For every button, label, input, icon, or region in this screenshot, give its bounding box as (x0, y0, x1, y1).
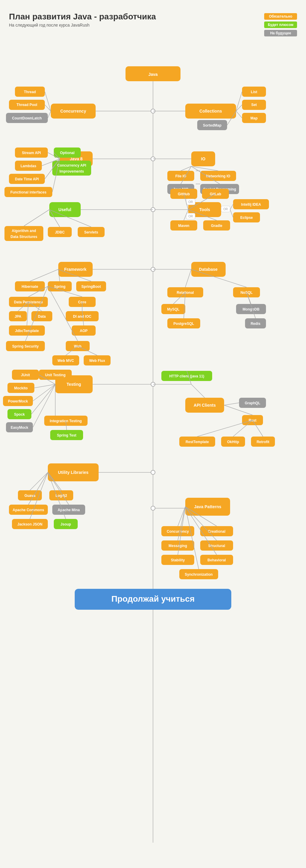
svg-text:Tools: Tools (199, 207, 211, 212)
svg-text:RestTemplate: RestTemplate (186, 440, 209, 444)
svg-text:OR: OR (224, 208, 228, 211)
svg-text:MySQL: MySQL (167, 307, 179, 311)
svg-line-223 (224, 403, 239, 405)
svg-text:Java: Java (148, 72, 158, 77)
header: План развития Java - разработчика На сле… (0, 6, 306, 39)
svg-line-225 (197, 420, 252, 437)
svg-text:Synchronization: Synchronization (185, 572, 213, 577)
svg-text:Jackson JSON: Jackson JSON (17, 522, 43, 526)
diagram-svg: text { font-family: Arial, sans-serif; }… (0, 42, 306, 868)
diagram: text { font-family: Arial, sans-serif; }… (0, 42, 306, 868)
svg-point-229 (151, 470, 155, 474)
svg-text:MongoDB: MongoDB (243, 307, 260, 311)
svg-text:Concurrency: Concurrency (167, 529, 189, 534)
svg-line-222 (191, 384, 205, 398)
svg-text:OR: OR (189, 200, 193, 204)
svg-line-96 (230, 210, 233, 217)
page-container: План развития Java - разработчика На сле… (0, 0, 306, 868)
svg-line-95 (230, 204, 233, 210)
svg-text:Spring Security: Spring Security (12, 344, 39, 348)
svg-text:Functional interfaces: Functional interfaces (10, 190, 47, 194)
svg-text:HTTP client (java 11): HTTP client (java 11) (169, 374, 204, 378)
svg-text:Behavioral: Behavioral (207, 558, 226, 562)
svg-text:IO: IO (201, 156, 205, 161)
svg-text:Map: Map (250, 116, 258, 120)
svg-text:SpringBoot: SpringBoot (81, 284, 101, 289)
page-subtitle: На следующий год после курса JavaRush (9, 23, 156, 28)
svg-text:Jsoup: Jsoup (60, 522, 71, 526)
svg-text:Concurrency: Concurrency (60, 109, 86, 114)
svg-text:Algorithm and: Algorithm and (12, 229, 36, 233)
svg-text:Messaging: Messaging (169, 544, 187, 548)
svg-text:List: List (251, 90, 257, 94)
svg-text:GraphQL: GraphQL (245, 401, 260, 405)
svg-text:Optional: Optional (60, 151, 75, 155)
svg-text:Maven: Maven (178, 224, 189, 228)
svg-text:Stability: Stability (171, 558, 185, 562)
svg-text:CountDownLatch: CountDownLatch (12, 116, 41, 120)
svg-text:Web MVC: Web MVC (57, 359, 74, 363)
page-title: План развития Java - разработчика (9, 12, 156, 22)
svg-text:Servlets: Servlets (84, 230, 98, 235)
svg-line-173 (185, 269, 191, 287)
svg-text:Retrofit: Retrofit (257, 440, 270, 444)
svg-text:PowerMock: PowerMock (8, 399, 28, 403)
svg-line-15 (48, 111, 51, 118)
svg-text:Stream API: Stream API (22, 151, 41, 155)
svg-line-29 (236, 111, 242, 118)
svg-text:Gradle: Gradle (211, 224, 222, 228)
svg-text:Concurrency API: Concurrency API (57, 163, 86, 167)
svg-text:JPA: JPA (15, 314, 22, 319)
svg-text:Creational: Creational (208, 529, 226, 534)
svg-text:Продолжай учиться: Продолжай учиться (111, 594, 195, 603)
svg-text:Mockito: Mockito (14, 386, 27, 390)
svg-text:Utility Libraries: Utility Libraries (58, 470, 88, 475)
svg-text:Testing: Testing (67, 382, 81, 387)
svg-text:JdbcTemplate: JdbcTemplate (15, 329, 39, 333)
header-title-block: План развития Java - разработчика На сле… (9, 12, 156, 28)
svg-text:Improvements: Improvements (59, 169, 84, 174)
svg-text:Apache Commons: Apache Commons (12, 508, 44, 512)
svg-text:JDBC: JDBC (55, 230, 65, 235)
svg-text:OkHttp: OkHttp (227, 440, 239, 444)
svg-text:Useful: Useful (59, 207, 72, 212)
svg-line-67 (191, 166, 218, 171)
svg-text:Thread Pool: Thread Pool (17, 103, 37, 107)
svg-line-200 (34, 384, 55, 388)
legend-future: На будущее (264, 30, 297, 36)
svg-text:Intellij IDEA: Intellij IDEA (241, 203, 261, 207)
svg-text:Apache Mina: Apache Mina (58, 508, 80, 512)
svg-text:Lambdas: Lambdas (21, 164, 36, 168)
svg-text:Date Time API: Date Time API (15, 177, 39, 181)
svg-line-144 (30, 269, 58, 281)
svg-text:JUnit: JUnit (21, 373, 30, 377)
svg-text:Spring Test: Spring Test (57, 433, 76, 437)
svg-text:Collections: Collections (199, 109, 222, 114)
svg-text:Set: Set (251, 103, 257, 107)
legend: Обязательно Будет плюсом На будущее (264, 13, 297, 36)
svg-text:Thread: Thread (24, 90, 36, 94)
svg-text:OR: OR (189, 215, 193, 218)
svg-text:Framework: Framework (64, 267, 87, 272)
svg-text:Unit Testing: Unit Testing (45, 373, 65, 377)
svg-line-109 (24, 210, 49, 226)
svg-text:PostgreSQL: PostgreSQL (173, 321, 194, 326)
svg-text:Web Flux: Web Flux (89, 359, 105, 363)
svg-text:Redis: Redis (251, 321, 260, 326)
svg-text:EasyMock: EasyMock (11, 426, 28, 430)
svg-text:GitLab: GitLab (210, 192, 221, 196)
svg-text:Spock: Spock (14, 412, 25, 416)
svg-text:AOP: AOP (80, 329, 88, 333)
svg-text:Hibernate: Hibernate (22, 284, 38, 289)
svg-text:Database: Database (199, 267, 218, 272)
svg-text:Java Patterns: Java Patterns (194, 504, 221, 509)
svg-text:Data Structures: Data Structures (10, 235, 37, 239)
legend-mandatory: Обязательно (264, 13, 297, 20)
svg-text:SortedMap: SortedMap (203, 123, 221, 127)
svg-point-251 (151, 506, 155, 510)
svg-text:Spring: Spring (54, 284, 65, 289)
svg-text:Data: Data (38, 314, 46, 319)
legend-plus: Будет плюсом (264, 22, 297, 28)
svg-text:Eclipse: Eclipse (240, 216, 253, 220)
svg-text:DI and IOC: DI and IOC (73, 314, 91, 319)
